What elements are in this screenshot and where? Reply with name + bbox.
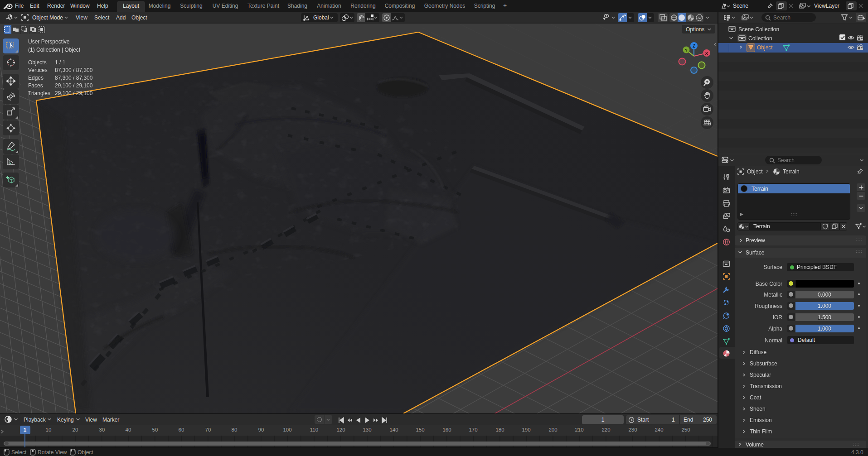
svg-text:X: X: [705, 51, 708, 56]
svg-text:Y: Y: [685, 48, 688, 53]
svg-text:Z: Z: [693, 43, 695, 48]
